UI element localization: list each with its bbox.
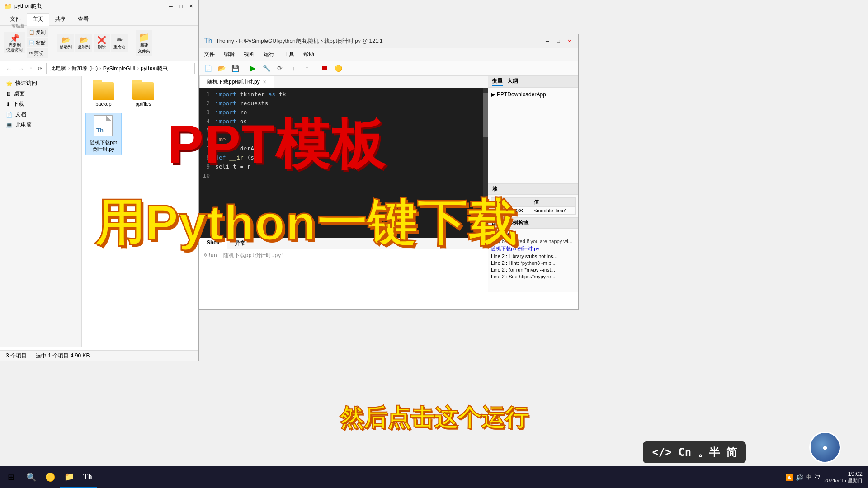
taskbar-right: 🔼 🔊 中 🛡 19:02 2024/9/15 星期日 (780, 470, 868, 484)
new-folder-button[interactable]: 📁 新建文件夹 (136, 30, 152, 56)
scrollbar-thumb[interactable] (483, 93, 488, 137)
thonny-editor: 随机下载ppt倒计时.py ✕ 1 import tkinter as tk 2… (199, 76, 488, 292)
path-segment-drive[interactable]: 新加卷 (F:) (71, 65, 98, 72)
shell-panel: Shell 异常 %Run '随机下载ppt倒计时.py' (199, 238, 488, 292)
back-button[interactable]: ← (4, 64, 14, 73)
menu-view[interactable]: 视图 (239, 49, 259, 60)
tree-expand-icon: ▶ (491, 91, 495, 98)
open-file-button[interactable]: 📂 (216, 62, 227, 74)
rename-button[interactable]: ✏ 重命名 (111, 34, 128, 52)
taskbar-cortana[interactable]: 🟡 (41, 466, 60, 488)
pin-button[interactable]: 📌 固定到快速访问 (4, 32, 25, 54)
code-editor[interactable]: 1 import tkinter as tk 2 import requests… (199, 88, 488, 238)
path-segment-pysimplegui[interactable]: PySimpleGUI (103, 66, 136, 72)
path-segment-python[interactable]: python爬虫 (141, 65, 168, 72)
tree-item-app[interactable]: ▶ PPTDownloaderApp (491, 90, 576, 99)
editor-tab-script[interactable]: 随机下载ppt倒计时.py ✕ (199, 76, 274, 88)
run-button[interactable]: ▶ (247, 62, 259, 74)
ribbon-tabs: 文件 主页 共享 查看 (0, 13, 198, 26)
sidebar-item-thispc[interactable]: 💻 此电脑 (0, 120, 81, 130)
debug-button[interactable]: 🔧 (260, 62, 272, 74)
sidebar-item-downloads[interactable]: ⬇ 下载 (0, 99, 81, 109)
stack-tab[interactable]: 堆 (492, 185, 497, 193)
save-file-button[interactable]: 💾 (229, 62, 241, 74)
shell-tabs: Shell 异常 (199, 238, 488, 249)
thonny-window: Th Thonny - F:\PySimpleGUI\python爬虫\随机下载… (199, 34, 579, 310)
start-button[interactable]: ⊞ (0, 466, 22, 488)
sidebar-item-quickaccess[interactable]: ⭐ 快速访问 (0, 78, 81, 89)
menu-run[interactable]: 运行 (259, 49, 279, 60)
warning-link[interactable]: 随机下载ppt倒计时.py (491, 245, 576, 252)
thonny-maximize[interactable]: □ (554, 38, 563, 45)
new-file-button[interactable]: 📄 (202, 62, 214, 74)
taskbar-search[interactable]: 🔍 (22, 466, 41, 488)
cut-icon: ✂ (29, 51, 33, 56)
copyto-icon: 📂 (80, 36, 89, 44)
id-header: ID (491, 198, 532, 207)
download-icon: ⬇ (6, 101, 10, 108)
shell-tab[interactable]: Shell (199, 238, 227, 249)
copy-to-button[interactable]: 📂 复制到 (75, 34, 92, 52)
forward-button[interactable]: → (16, 64, 26, 73)
up-button[interactable]: ↑ (28, 64, 34, 73)
refresh-button[interactable]: ⟳ (36, 65, 44, 73)
taskbar-clock[interactable]: 19:02 2024/9/15 星期日 (824, 470, 863, 484)
menu-edit[interactable]: 编辑 (219, 49, 239, 60)
warning-line2-hint: Line 2 : Hint: *python3 -m p... (491, 260, 555, 266)
separator-1 (52, 34, 52, 52)
sidebar-item-documents[interactable]: 📄 文档 (0, 109, 81, 120)
file-item-script[interactable]: Th 随机下载ppt倒计时.py (85, 113, 122, 155)
close-button[interactable]: ✕ (187, 3, 195, 10)
code-line-3: 3 import re (199, 108, 488, 117)
ribbon-tab-share[interactable]: 共享 (49, 13, 72, 25)
move-to-button[interactable]: 📂 移动到 (57, 34, 74, 52)
exception-tab[interactable]: 异常 (227, 238, 253, 249)
menu-help[interactable]: 帮助 (299, 49, 319, 60)
sidebar-item-desktop[interactable]: 🖥 桌面 (0, 89, 81, 99)
circle-button[interactable]: ● (809, 432, 841, 463)
stack-row: 0x16cd3c03€ <module 'time' (491, 207, 576, 215)
tree-item-label: PPTDownloaderApp (497, 91, 546, 98)
step-out-button[interactable]: ↑ (301, 62, 313, 74)
copy-button[interactable]: 📋复制 (27, 28, 48, 37)
taskbar-thonny[interactable]: Th (79, 466, 97, 488)
minimize-button[interactable]: ─ (167, 3, 175, 10)
step-over-button[interactable]: ⟳ (274, 62, 286, 74)
examples-tab[interactable]: 实例检查 (507, 219, 529, 227)
thonny-minimize[interactable]: ─ (543, 38, 552, 45)
helper-tab[interactable]: 助手 (492, 219, 503, 227)
path-segment-computer[interactable]: 此电脑 (50, 65, 66, 72)
warning-item-4: Line 2 : See https://mypy.re... (491, 274, 576, 279)
code-scrollbar[interactable] (483, 88, 488, 238)
paste-button[interactable]: 📄粘贴 (27, 38, 48, 47)
explorer-title: python爬虫 (14, 2, 42, 10)
file-label-script: 随机下载ppt倒计时.py (88, 139, 119, 153)
outline-tab[interactable]: 大纲 (507, 77, 518, 86)
file-item-backup[interactable]: backup (85, 80, 122, 109)
file-item-pptfiles[interactable]: pptfiles (125, 80, 161, 109)
explorer-icon: 📁 (64, 472, 74, 482)
ime-badge[interactable]: </> Cn 。半 简 (643, 441, 746, 463)
delete-icon: ❌ (97, 36, 106, 44)
maximize-button[interactable]: □ (177, 3, 185, 10)
delete-button[interactable]: ❌ 删除 (94, 34, 110, 52)
code-line-2: 2 import requests (199, 99, 488, 108)
extra-button[interactable]: 🟡 (332, 62, 344, 74)
ribbon-content: 📌 固定到快速访问 📋复制 📄粘贴 ✂剪切 剪贴板 (0, 26, 198, 60)
stop-button[interactable]: ⏹ (319, 62, 330, 74)
ribbon-tab-view[interactable]: 查看 (72, 13, 94, 25)
cut-button[interactable]: ✂剪切 (27, 48, 48, 58)
menu-file[interactable]: 文件 (199, 49, 219, 60)
thonny-close[interactable]: ✕ (565, 38, 574, 45)
menu-tools[interactable]: 工具 (279, 49, 299, 60)
variables-content: ▶ PPTDownloaderApp (488, 88, 578, 101)
separator-2 (132, 34, 132, 52)
value-header: 值 (532, 198, 575, 207)
tab-close-button[interactable]: ✕ (263, 80, 266, 84)
copy-icon: 📋 (29, 30, 34, 35)
variables-tab[interactable]: 变量 (492, 77, 503, 86)
taskbar-explorer[interactable]: 📁 (60, 466, 79, 488)
step-into-button[interactable]: ↓ (288, 62, 299, 74)
address-path[interactable]: 此电脑 › 新加卷 (F:) › PySimpleGUI › python爬虫 (46, 63, 195, 74)
ribbon-tab-home[interactable]: 主页 (27, 13, 49, 26)
